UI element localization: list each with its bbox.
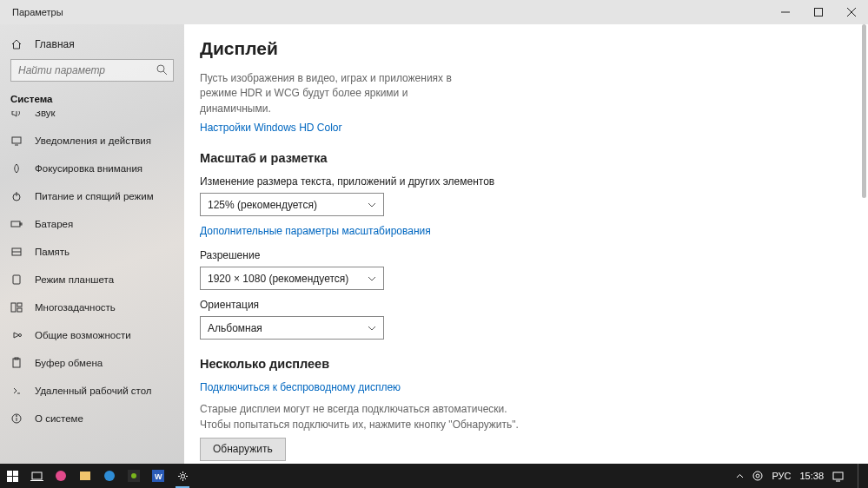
sidebar-item-label: Уведомления и действия [35, 135, 151, 146]
start-button[interactable] [0, 464, 24, 488]
home-icon [10, 38, 23, 50]
close-button[interactable] [835, 0, 868, 24]
svg-rect-23 [7, 471, 12, 476]
sidebar-item-label: Удаленный рабочий стол [35, 386, 152, 396]
sidebar-item-label: Многозадачность [35, 302, 116, 313]
sidebar-item-clipboard[interactable]: Буфер обмена [0, 349, 184, 377]
hdr-description: Пусть изображения в видео, играх и прило… [200, 71, 478, 116]
svg-line-5 [163, 71, 167, 75]
svg-rect-10 [20, 223, 22, 225]
storage-icon [10, 246, 23, 258]
clipboard-icon [10, 357, 23, 369]
svg-point-36 [181, 474, 184, 478]
taskbar-app-2[interactable] [73, 464, 97, 488]
sidebar-item-focus[interactable]: Фокусировка внимания [0, 155, 184, 182]
scale-heading: Масштаб и разметка [200, 151, 842, 165]
svg-point-31 [104, 471, 115, 481]
tray-chevron-icon[interactable] [736, 472, 744, 480]
sidebar-list: Звук Уведомления и действия Фокусировка … [0, 111, 184, 432]
sidebar-category: Система [0, 92, 184, 111]
sidebar-item-sound[interactable]: Звук [0, 111, 184, 127]
svg-rect-14 [11, 303, 16, 312]
svg-point-33 [131, 473, 136, 478]
sidebar-item-shared[interactable]: Общие возможности [0, 321, 184, 349]
detect-button[interactable]: Обнаружить [200, 438, 286, 461]
taskview-button[interactable] [24, 464, 49, 488]
sidebar-item-label: Питание и спящий режим [35, 191, 154, 201]
svg-point-22 [17, 416, 17, 417]
hdr-settings-link[interactable]: Настройки Windows HD Color [200, 122, 342, 134]
window-title: Параметры [12, 7, 63, 17]
sidebar-item-tablet[interactable]: Режим планшета [0, 266, 184, 293]
window-controls [769, 0, 868, 24]
title-bar: Параметры [0, 0, 868, 24]
minimize-button[interactable] [769, 0, 802, 24]
tray-lang[interactable]: РУС [772, 471, 791, 481]
scale-value: 125% (рекомендуется) [208, 199, 317, 211]
battery-icon [10, 218, 23, 230]
svg-rect-24 [13, 471, 18, 476]
sidebar-item-multitask[interactable]: Многозадачность [0, 293, 184, 321]
multi-desc-2: Чтобы попытаться подключить их, нажмите … [200, 418, 530, 432]
chevron-down-icon [368, 201, 376, 209]
sidebar-item-label: Фокусировка внимания [35, 163, 142, 174]
taskbar-app-edge[interactable] [97, 464, 122, 488]
resolution-dropdown[interactable]: 1920 × 1080 (рекомендуется) [200, 267, 384, 290]
multiple-displays-heading: Несколько дисплеев [200, 357, 842, 371]
scale-advanced-link[interactable]: Дополнительные параметры масштабирования [200, 225, 431, 237]
taskbar-right: РУС 15:38 [736, 464, 868, 488]
search-input[interactable] [10, 59, 174, 82]
svg-rect-27 [32, 472, 42, 479]
scrollbar[interactable] [862, 24, 866, 198]
sidebar-item-label: О системе [35, 413, 83, 424]
sidebar-home-label: Главная [35, 38, 75, 50]
wireless-display-link[interactable]: Подключиться к беспроводному дисплею [200, 381, 401, 393]
app-body: Главная Система Звук Уведомления и дейст… [0, 24, 868, 472]
sidebar-item-battery[interactable]: Батарея [0, 210, 184, 238]
taskbar-app-settings[interactable] [170, 464, 195, 488]
remote-icon [10, 385, 23, 397]
scale-label: Изменение размера текста, приложений и д… [200, 175, 842, 188]
svg-text:W: W [155, 472, 162, 481]
svg-rect-30 [80, 472, 90, 480]
svg-rect-26 [13, 477, 18, 482]
sound-icon [10, 111, 23, 119]
tablet-icon [10, 274, 23, 286]
sidebar-item-label: Память [35, 247, 70, 257]
shared-icon [10, 329, 23, 341]
svg-point-37 [753, 472, 762, 480]
svg-rect-39 [833, 472, 843, 479]
main-content: Дисплей Пусть изображения в видео, играх… [184, 24, 868, 472]
taskbar-app-nvidia[interactable] [122, 464, 146, 488]
sidebar-item-power[interactable]: Питание и спящий режим [0, 182, 184, 210]
multitask-icon [10, 301, 23, 313]
taskbar-app-1[interactable] [49, 464, 73, 488]
maximize-button[interactable] [802, 0, 835, 24]
svg-rect-25 [7, 477, 12, 482]
svg-rect-6 [12, 137, 21, 143]
svg-rect-16 [17, 308, 22, 312]
orientation-dropdown[interactable]: Альбомная [200, 316, 384, 340]
sidebar-item-notifications[interactable]: Уведомления и действия [0, 127, 184, 155]
taskbar-app-word[interactable]: W [146, 464, 170, 488]
tray-power-icon[interactable] [752, 471, 763, 481]
scale-dropdown[interactable]: 125% (рекомендуется) [200, 193, 384, 216]
notifications-icon [10, 135, 23, 147]
sidebar-item-label: Батарея [35, 219, 73, 229]
svg-point-29 [56, 471, 66, 481]
tray-time[interactable]: 15:38 [799, 471, 824, 481]
sidebar-item-label: Режим планшета [35, 274, 114, 285]
resolution-value: 1920 × 1080 (рекомендуется) [208, 273, 348, 285]
focus-icon [10, 162, 23, 175]
chevron-down-icon [368, 324, 376, 333]
sidebar-item-label: Звук [35, 111, 56, 118]
sidebar-item-about[interactable]: О системе [0, 405, 184, 432]
tray-notification-icon[interactable] [832, 471, 844, 482]
sidebar-home[interactable]: Главная [0, 33, 184, 59]
svg-rect-1 [815, 9, 823, 16]
sidebar-item-remote[interactable]: Удаленный рабочий стол [0, 377, 184, 405]
show-desktop-button[interactable] [858, 464, 861, 488]
svg-rect-9 [11, 221, 20, 227]
svg-point-4 [157, 65, 164, 72]
sidebar-item-storage[interactable]: Память [0, 238, 184, 266]
